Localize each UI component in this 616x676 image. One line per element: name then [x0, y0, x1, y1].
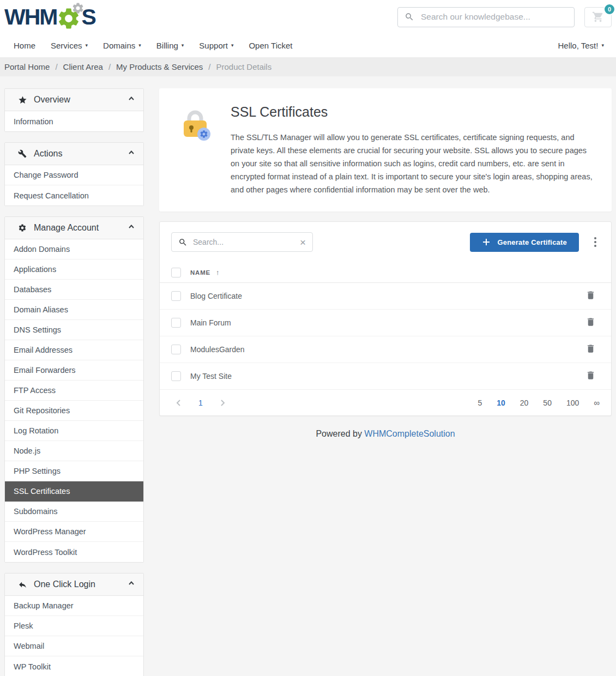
knowledgebase-search-input[interactable]	[421, 12, 567, 22]
whmcompletesolution-link[interactable]: WHMCompleteSolution	[364, 429, 455, 438]
cart-button[interactable]: 0	[584, 7, 612, 27]
page-size-10[interactable]: 10	[497, 399, 505, 407]
generate-certificate-button[interactable]: Generate Certificate	[470, 233, 579, 252]
sidebar-item-information[interactable]: Information	[5, 111, 143, 131]
page-size-20[interactable]: 20	[520, 399, 529, 407]
nav-domains-label: Domains	[103, 41, 135, 50]
whmcs-logo[interactable]: WHM S	[4, 4, 95, 30]
sidebar-item-label: WordPress Toolkit	[14, 548, 77, 557]
row-checkbox[interactable]	[171, 371, 181, 381]
sidebar-item-plesk[interactable]: Plesk	[5, 616, 143, 636]
row-checkbox[interactable]	[171, 345, 181, 354]
delete-certificate-button[interactable]	[583, 368, 598, 384]
sidebar-item-label: WP Toolkit	[14, 662, 51, 671]
certificate-search-input[interactable]	[193, 238, 300, 246]
page-size-50[interactable]: 50	[543, 399, 552, 407]
sidebar-item-email-addresses[interactable]: Email Addresses	[5, 340, 143, 360]
row-checkbox[interactable]	[171, 291, 181, 301]
next-page-button[interactable]	[215, 397, 230, 408]
breadcrumb-client-area[interactable]: Client Area	[63, 62, 103, 71]
sidebar-item-wp-toolkit[interactable]: WP Toolkit	[5, 656, 143, 676]
clear-search-icon[interactable]: ×	[300, 237, 306, 248]
nav-support[interactable]: Support▾	[191, 41, 241, 50]
breadcrumb-product-details: Product Details	[216, 62, 271, 71]
row-checkbox[interactable]	[171, 318, 181, 328]
page-size-100[interactable]: 100	[566, 399, 579, 407]
gear-icon	[17, 224, 27, 232]
sidebar-item-addon-domains[interactable]: Addon Domains	[5, 239, 143, 259]
sidebar-item-domain-aliases[interactable]: Domain Aliases	[5, 300, 143, 320]
ssl-intro-body: SSL Certificates The SSL/TLS Manager wil…	[231, 102, 596, 196]
sidebar-header-overview[interactable]: Overview	[5, 89, 143, 111]
page-description: The SSL/TLS Manager will allow you to ge…	[231, 131, 596, 196]
wrench-icon	[17, 149, 27, 158]
certificates-card: × Generate Certificate NAME ↑ Blog Certi…	[159, 221, 612, 416]
chevron-right-icon	[218, 399, 227, 407]
nav-open-ticket[interactable]: Open Ticket	[241, 41, 300, 50]
sidebar-title-manage-account: Manage Account	[34, 223, 128, 233]
sidebar-section-manage-account: Manage Account Addon Domains Application…	[4, 216, 144, 563]
sidebar: Overview Information Actions Change Pass…	[4, 88, 144, 676]
ssl-intro-card: SSL Certificates The SSL/TLS Manager wil…	[159, 88, 612, 212]
sidebar-item-log-rotation[interactable]: Log Rotation	[5, 421, 143, 441]
sidebar-item-label: PHP Settings	[14, 467, 61, 475]
delete-certificate-button[interactable]	[583, 341, 598, 358]
nav-home[interactable]: Home	[4, 41, 43, 50]
name-column-header[interactable]: NAME	[190, 269, 210, 276]
delete-certificate-button[interactable]	[583, 288, 598, 304]
page-size-unlimited[interactable]: ∞	[594, 398, 600, 407]
sidebar-item-dns-settings[interactable]: DNS Settings	[5, 320, 143, 340]
sidebar-item-php-settings[interactable]: PHP Settings	[5, 461, 143, 481]
sidebar-item-email-forwarders[interactable]: Email Forwarders	[5, 360, 143, 381]
sidebar-item-label: Applications	[14, 265, 56, 274]
sidebar-item-label: Request Cancellation	[14, 191, 89, 200]
sidebar-item-label: Webmail	[14, 642, 44, 650]
sidebar-header-actions[interactable]: Actions	[5, 143, 143, 165]
sort-ascending-icon[interactable]: ↑	[216, 268, 220, 276]
delete-certificate-button[interactable]	[583, 315, 598, 331]
pagination-bar: 1 5 10 20 50 100 ∞	[160, 390, 611, 415]
user-menu[interactable]: Hello, Test!▾	[551, 41, 612, 50]
sidebar-item-wordpress-manager[interactable]: WordPress Manager	[5, 522, 143, 542]
caret-down-icon: ▾	[182, 43, 184, 48]
sidebar-header-manage-account[interactable]: Manage Account	[5, 217, 143, 239]
breadcrumb-portal-home[interactable]: Portal Home	[4, 62, 50, 71]
sidebar-item-wordpress-toolkit[interactable]: WordPress Toolkit	[5, 542, 143, 562]
previous-page-button[interactable]	[171, 397, 186, 408]
sidebar-item-backup-manager[interactable]: Backup Manager	[5, 596, 143, 616]
nav-services[interactable]: Services▾	[43, 41, 95, 50]
nav-open-ticket-label: Open Ticket	[249, 41, 292, 50]
sidebar-item-label: Email Addresses	[14, 346, 73, 354]
kebab-dot	[594, 241, 596, 243]
sidebar-item-subdomains[interactable]: Subdomains	[5, 502, 143, 522]
sidebar-item-label: FTP Access	[14, 386, 56, 395]
sidebar-item-label: Plesk	[14, 621, 33, 630]
search-icon	[404, 12, 414, 22]
nav-domains[interactable]: Domains▾	[95, 41, 149, 50]
generate-certificate-label: Generate Certificate	[497, 238, 567, 246]
sidebar-item-webmail[interactable]: Webmail	[5, 636, 143, 656]
nav-billing-label: Billing	[156, 41, 178, 50]
trash-icon	[585, 370, 596, 381]
sidebar-item-applications[interactable]: Applications	[5, 259, 143, 280]
cart-icon	[592, 11, 604, 23]
sidebar-item-databases[interactable]: Databases	[5, 280, 143, 300]
breadcrumb-separator: /	[208, 62, 210, 71]
nav-billing[interactable]: Billing▾	[149, 41, 192, 50]
sidebar-item-ssl-certificates[interactable]: SSL Certificates	[5, 481, 143, 502]
sidebar-header-one-click-login[interactable]: One Click Login	[5, 574, 143, 596]
chevron-up-icon	[128, 95, 135, 105]
sidebar-item-request-cancellation[interactable]: Request Cancellation	[5, 185, 143, 206]
page-size-5[interactable]: 5	[478, 399, 482, 407]
more-options-button[interactable]	[591, 235, 600, 249]
sidebar-item-git-repositories[interactable]: Git Repositories	[5, 401, 143, 421]
select-all-checkbox[interactable]	[171, 268, 181, 277]
page-number[interactable]: 1	[198, 399, 203, 407]
caret-down-icon: ▾	[601, 43, 604, 48]
user-menu-label: Hello, Test!	[558, 41, 599, 50]
sidebar-item-nodejs[interactable]: Node.js	[5, 441, 143, 461]
sidebar-item-ftp-access[interactable]: FTP Access	[5, 381, 143, 401]
breadcrumb-my-products[interactable]: My Products & Services	[116, 62, 203, 71]
knowledgebase-search	[397, 7, 575, 27]
sidebar-item-change-password[interactable]: Change Password	[5, 165, 143, 185]
